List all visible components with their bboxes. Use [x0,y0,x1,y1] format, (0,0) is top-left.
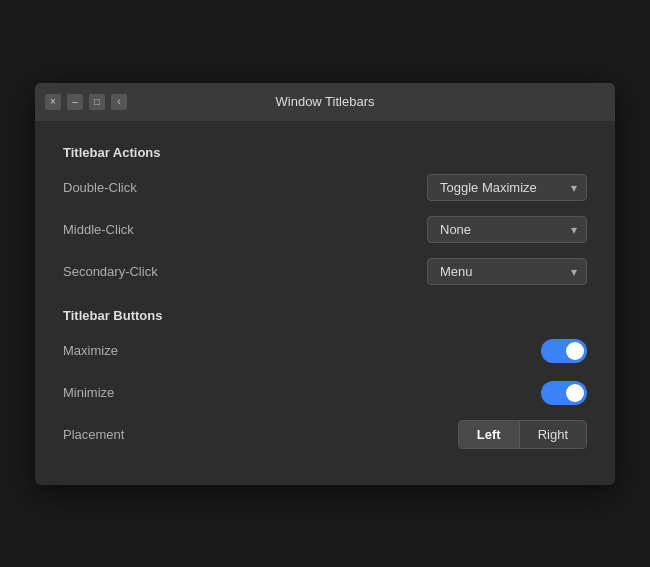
middle-click-dropdown-wrapper: None Toggle Maximize Menu Lower Minimize [427,216,587,243]
titlebar: × – □ ‹ Window Titlebars [35,83,615,121]
maximize-label: Maximize [63,343,118,358]
placement-row: Placement Left Right [63,419,587,451]
back-button[interactable]: ‹ [111,94,127,110]
double-click-label: Double-Click [63,180,137,195]
titlebar-buttons-heading: Titlebar Buttons [63,308,587,323]
secondary-click-row: Secondary-Click Menu None Toggle Maximiz… [63,256,587,288]
secondary-click-dropdown-wrapper: Menu None Toggle Maximize Lower Minimize [427,258,587,285]
maximize-toggle[interactable] [541,339,587,363]
titlebar-actions-heading: Titlebar Actions [63,145,587,160]
middle-click-label: Middle-Click [63,222,134,237]
close-button[interactable]: × [45,94,61,110]
double-click-dropdown[interactable]: Toggle Maximize None Menu Lower Minimize [427,174,587,201]
secondary-click-label: Secondary-Click [63,264,158,279]
minimize-row: Minimize [63,377,587,409]
minimize-slider [541,381,587,405]
minimize-toggle[interactable] [541,381,587,405]
placement-button-group: Left Right [458,420,587,449]
content-area: Titlebar Actions Double-Click Toggle Max… [35,121,615,485]
titlebar-buttons-section: Titlebar Buttons Maximize Minimize Pl [63,308,587,451]
minimize-label: Minimize [63,385,114,400]
placement-left-button[interactable]: Left [459,421,520,448]
maximize-slider [541,339,587,363]
double-click-row: Double-Click Toggle Maximize None Menu L… [63,172,587,204]
middle-click-row: Middle-Click None Toggle Maximize Menu L… [63,214,587,246]
placement-label: Placement [63,427,124,442]
double-click-dropdown-wrapper: Toggle Maximize None Menu Lower Minimize [427,174,587,201]
middle-click-dropdown[interactable]: None Toggle Maximize Menu Lower Minimize [427,216,587,243]
placement-right-button[interactable]: Right [520,421,586,448]
maximize-button[interactable]: □ [89,94,105,110]
window-title: Window Titlebars [276,94,375,109]
window: × – □ ‹ Window Titlebars Titlebar Action… [35,83,615,485]
titlebar-controls: × – □ ‹ [45,94,127,110]
minimize-button[interactable]: – [67,94,83,110]
maximize-row: Maximize [63,335,587,367]
secondary-click-dropdown[interactable]: Menu None Toggle Maximize Lower Minimize [427,258,587,285]
